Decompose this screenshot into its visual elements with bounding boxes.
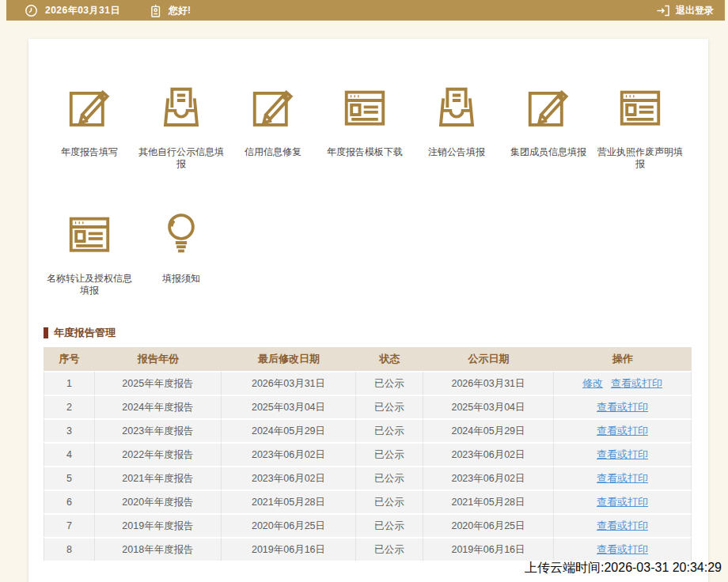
shortcut-item[interactable]: 填报须知 bbox=[135, 210, 227, 297]
inbox-icon bbox=[157, 83, 206, 132]
annual-report-table: 序号报告年份最后修改日期状态公示日期操作 12025年年度报告2026年03月3… bbox=[44, 347, 692, 561]
shortcut-item[interactable]: 注销公告填报 bbox=[411, 83, 502, 210]
view-or-print-link[interactable]: 查看或打印 bbox=[597, 448, 648, 460]
table-row: 72019年年度报告2020年06月25日已公示2020年06月25日查看或打印 bbox=[44, 513, 692, 537]
report-year: 2022年年度报告 bbox=[95, 442, 222, 466]
row-number: 4 bbox=[44, 442, 95, 466]
shortcut-item[interactable]: 其他自行公示信息填报 bbox=[135, 83, 227, 210]
current-date: 2026年03月31日 bbox=[45, 4, 120, 17]
shortcut-label: 名称转让及授权信息填报 bbox=[44, 273, 135, 297]
publish-date: 2024年05月29日 bbox=[423, 418, 554, 442]
last-modified-date: 2023年06月02日 bbox=[222, 466, 356, 489]
table-row: 42022年年度报告2023年06月02日已公示2023年06月02日查看或打印 bbox=[44, 442, 692, 466]
logout-label: 退出登录 bbox=[676, 4, 714, 17]
column-header: 最后修改日期 bbox=[222, 347, 356, 371]
publish-date: 2019年06月16日 bbox=[423, 537, 554, 561]
report-year: 2024年年度报告 bbox=[95, 395, 222, 418]
report-year: 2019年年度报告 bbox=[95, 513, 222, 537]
shortcut-label: 集团成员信息填报 bbox=[509, 146, 588, 158]
actions-cell: 查看或打印 bbox=[554, 442, 692, 466]
row-number: 2 bbox=[44, 395, 95, 418]
row-number: 6 bbox=[44, 489, 95, 513]
main-panel: 年度报告填写 其他自行公示信息填报 信用信息修复 年度报告模板下载 注销公告填报… bbox=[28, 39, 708, 582]
view-or-print-link[interactable]: 查看或打印 bbox=[597, 425, 648, 436]
column-header: 状态 bbox=[356, 347, 423, 371]
last-modified-date: 2025年03月04日 bbox=[222, 395, 356, 418]
status: 已公示 bbox=[356, 371, 423, 395]
shortcut-item[interactable]: 营业执照作废声明填报 bbox=[594, 83, 686, 210]
publish-date: 2021年05月28日 bbox=[423, 489, 554, 513]
actions-cell: 查看或打印 bbox=[554, 513, 692, 537]
status: 已公示 bbox=[356, 418, 423, 442]
shortcut-item[interactable]: 集团成员信息填报 bbox=[502, 83, 594, 210]
last-modified-date: 2020年06月25日 bbox=[222, 513, 356, 537]
view-or-print-link[interactable]: 查看或打印 bbox=[597, 472, 648, 484]
shortcut-label: 年度报告模板下载 bbox=[325, 146, 404, 158]
table-row: 82018年年度报告2019年06月16日已公示2019年06月16日查看或打印 bbox=[44, 537, 692, 561]
shortcut-label: 信用信息修复 bbox=[243, 146, 303, 158]
browser-icon bbox=[616, 83, 665, 132]
shortcut-label: 年度报告填写 bbox=[59, 146, 119, 158]
last-modified-date: 2024年05月29日 bbox=[222, 418, 356, 442]
view-or-print-link[interactable]: 查看或打印 bbox=[597, 401, 648, 413]
table-row: 12025年年度报告2026年03月31日已公示2026年03月31日修改查看或… bbox=[44, 371, 692, 395]
greeting-text: 您好! bbox=[169, 4, 191, 17]
status: 已公示 bbox=[356, 513, 423, 537]
report-year: 2018年年度报告 bbox=[95, 537, 222, 561]
view-or-print-link[interactable]: 查看或打印 bbox=[597, 496, 648, 508]
column-header: 公示日期 bbox=[423, 347, 554, 371]
status: 已公示 bbox=[356, 442, 423, 466]
edit-square-icon bbox=[65, 83, 114, 132]
browser-icon bbox=[65, 210, 114, 259]
actions-cell: 查看或打印 bbox=[554, 489, 692, 513]
topbar: 2026年03月31日 您好! 退出登录 bbox=[6, 0, 725, 21]
browser-icon bbox=[340, 83, 389, 132]
modify-link[interactable]: 修改 bbox=[582, 377, 603, 389]
table-body: 12025年年度报告2026年03月31日已公示2026年03月31日修改查看或… bbox=[44, 371, 692, 561]
shortcut-item[interactable]: 名称转让及授权信息填报 bbox=[44, 210, 135, 297]
status: 已公示 bbox=[356, 489, 423, 513]
table-row: 62020年年度报告2021年05月28日已公示2021年05月28日查看或打印 bbox=[44, 489, 692, 513]
edit-square-icon bbox=[248, 83, 298, 132]
publish-date: 2023年06月02日 bbox=[423, 466, 554, 489]
actions-cell: 修改查看或打印 bbox=[554, 371, 692, 395]
logout-button[interactable]: 退出登录 bbox=[655, 3, 714, 18]
shortcut-row-1: 年度报告填写 其他自行公示信息填报 信用信息修复 年度报告模板下载 注销公告填报… bbox=[44, 83, 708, 210]
publish-date: 2020年06月25日 bbox=[423, 513, 554, 537]
clock-icon bbox=[24, 3, 39, 18]
actions-cell: 查看或打印 bbox=[554, 537, 692, 561]
user-badge-icon bbox=[147, 3, 162, 18]
table-row: 52021年年度报告2023年06月02日已公示2023年06月02日查看或打印 bbox=[44, 466, 692, 489]
actions-cell: 查看或打印 bbox=[554, 466, 692, 489]
lightbulb-icon bbox=[157, 210, 206, 259]
last-modified-date: 2019年06月16日 bbox=[222, 537, 356, 561]
last-modified-date: 2021年05月28日 bbox=[222, 489, 356, 513]
view-or-print-link[interactable]: 查看或打印 bbox=[611, 377, 662, 389]
last-modified-date: 2023年06月02日 bbox=[222, 442, 356, 466]
shortcut-item[interactable]: 年度报告填写 bbox=[44, 83, 135, 210]
edit-square-icon bbox=[524, 83, 573, 132]
table-header-row: 序号报告年份最后修改日期状态公示日期操作 bbox=[44, 347, 692, 371]
row-number: 8 bbox=[44, 537, 95, 561]
row-number: 1 bbox=[44, 371, 95, 395]
upload-time-text: 上传云端时间:2026-03-31 20:34:29 bbox=[525, 560, 722, 576]
publish-date: 2023年06月02日 bbox=[423, 442, 554, 466]
report-year: 2025年年度报告 bbox=[95, 371, 222, 395]
section-title-text: 年度报告管理 bbox=[54, 326, 116, 340]
logout-icon bbox=[655, 3, 670, 18]
column-header: 报告年份 bbox=[95, 347, 222, 371]
section-bullet bbox=[44, 327, 48, 338]
table-row: 22024年年度报告2025年03月04日已公示2025年03月04日查看或打印 bbox=[44, 395, 692, 418]
status: 已公示 bbox=[356, 466, 423, 489]
report-year: 2021年年度报告 bbox=[95, 466, 222, 489]
row-number: 3 bbox=[44, 418, 95, 442]
shortcut-row-2: 名称转让及授权信息填报 填报须知 bbox=[44, 210, 708, 297]
report-year: 2020年年度报告 bbox=[95, 489, 222, 513]
report-year: 2023年年度报告 bbox=[95, 418, 222, 442]
shortcut-item[interactable]: 年度报告模板下载 bbox=[319, 83, 411, 210]
table-row: 32023年年度报告2024年05月29日已公示2024年05月29日查看或打印 bbox=[44, 418, 692, 442]
view-or-print-link[interactable]: 查看或打印 bbox=[597, 520, 648, 531]
shortcut-item[interactable]: 信用信息修复 bbox=[227, 83, 319, 210]
inbox-icon bbox=[432, 83, 481, 132]
view-or-print-link[interactable]: 查看或打印 bbox=[597, 543, 648, 555]
